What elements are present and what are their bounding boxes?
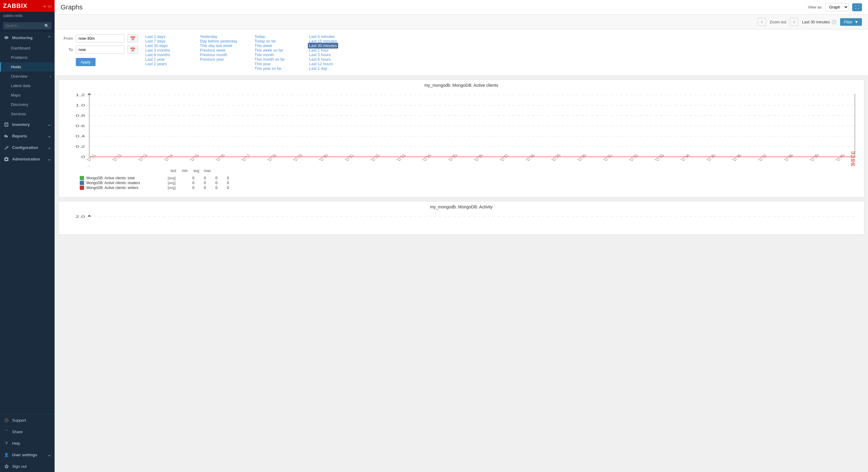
svg-text:17:29: 17:29: [550, 154, 562, 161]
svg-text:17:21: 17:21: [343, 154, 355, 161]
sidebar-item-discovery[interactable]: Discovery: [0, 100, 55, 109]
chart2-svg: 2.0: [62, 212, 861, 230]
sidebar-item-inventory[interactable]: Inventory ⌄: [0, 119, 55, 130]
legend-type-2: [avg]: [168, 181, 183, 185]
range-previous-year[interactable]: Previous year: [199, 56, 225, 62]
legend-min-3: 0: [197, 186, 206, 190]
nav-section-monitoring: Monitoring ⌃ Dashboard Problems Hosts Ov…: [0, 32, 55, 119]
time-prev-button[interactable]: ‹: [757, 18, 766, 26]
sidebar-logo: ZABBIX « ▭: [0, 0, 55, 12]
configuration-chevron: ⌄: [48, 145, 51, 150]
sign-out-label: Sign out: [12, 464, 27, 469]
inventory-label: Inventory: [12, 122, 30, 127]
svg-text:17:18: 17:18: [266, 154, 278, 161]
hosts-label: Hosts: [11, 65, 21, 69]
svg-text:17:20: 17:20: [317, 154, 329, 161]
filter-label: Filter: [844, 20, 852, 24]
view-as-select[interactable]: Graph Values: [825, 3, 848, 11]
svg-text:17:32: 17:32: [627, 154, 639, 161]
question-icon: ?: [4, 440, 9, 446]
legend-item-2: MongoDB: Active clients: readers [avg] 0…: [80, 181, 855, 185]
quick-range-col4: Last 5 minutes Last 15 minutes Last 30 m…: [308, 34, 356, 71]
legend-avg-2: 0: [208, 181, 217, 185]
from-input[interactable]: [76, 34, 124, 42]
header-right: View as Graph Values ⛶: [808, 3, 862, 11]
svg-text:0.4: 0.4: [75, 134, 85, 138]
resize-icon[interactable]: ▭: [48, 4, 52, 8]
chart1-legend: MongoDB: Active clients: total [avg] 0 0…: [62, 174, 861, 194]
latest-data-label: Latest data: [11, 84, 30, 88]
to-input[interactable]: [76, 45, 124, 54]
filter-row-from: From 📅: [61, 34, 138, 42]
sidebar-item-dashboard[interactable]: Dashboard: [0, 43, 55, 53]
from-calendar-button[interactable]: 📅: [127, 35, 138, 42]
svg-text:09-09-17:41: 09-09-17:41: [850, 151, 856, 166]
life-ring-icon: ⚫: [4, 417, 9, 423]
legend-max-3: 0: [220, 186, 229, 190]
svg-text:17:15: 17:15: [188, 154, 200, 161]
collapse-icon[interactable]: «: [43, 4, 46, 8]
legend-last-1: 0: [185, 176, 194, 180]
graph1-title: my_mongodb: MongoDB: Active clients: [59, 80, 864, 91]
sidebar-item-problems[interactable]: Problems: [0, 53, 55, 62]
svg-text:17:35: 17:35: [705, 154, 717, 161]
svg-text:17:12: 17:12: [111, 154, 123, 161]
support-label: Support: [12, 418, 26, 422]
legend-color-3: [80, 186, 84, 190]
svg-text:17:11: 17:11: [85, 154, 97, 161]
sidebar-item-maps[interactable]: Maps: [0, 90, 55, 100]
svg-text:17:34: 17:34: [679, 154, 691, 161]
quick-ranges: Last 2 days Last 7 days Last 30 days Las…: [144, 34, 356, 71]
sidebar-item-reports[interactable]: Reports ⌄: [0, 130, 55, 141]
sidebar-bottom: ⚫ Support ⎴ Share ? Help 👤 User settings…: [0, 414, 55, 472]
sidebar-item-hosts[interactable]: Hosts: [0, 62, 55, 71]
zoom-out-button[interactable]: Zoom out: [770, 20, 786, 24]
graph1-area: 1.2 1.0 0.8 0.6 0.4 0.2 0: [59, 91, 864, 197]
svg-text:2.0: 2.0: [75, 215, 85, 219]
filter-panel: From 📅 To 📅 Apply Last 2 days Last 7 day…: [55, 29, 868, 76]
sidebar-item-administration[interactable]: Administration ⌄: [0, 153, 55, 165]
time-bar: ‹ Zoom out › Last 30 minutes 🕐 Filter ▼: [55, 14, 868, 29]
svg-text:17:22: 17:22: [369, 154, 381, 161]
sidebar-item-help[interactable]: ? Help: [0, 437, 55, 449]
svg-text:17:24: 17:24: [421, 154, 433, 161]
legend-item-1: MongoDB: Active clients: total [avg] 0 0…: [80, 176, 855, 180]
legend-last-2: 0: [185, 181, 194, 185]
sidebar-item-latest-data[interactable]: Latest data: [0, 81, 55, 90]
legend-type-3: [avg]: [168, 186, 183, 190]
range-last-2-years[interactable]: Last 2 years: [144, 61, 168, 67]
range-this-year-so-far[interactable]: This year so far: [253, 65, 283, 71]
filter-button[interactable]: Filter ▼: [840, 18, 862, 26]
legend-last-3: 0: [185, 186, 194, 190]
page-header: Graphs View as Graph Values ⛶: [55, 0, 868, 14]
page-title: Graphs: [61, 3, 83, 11]
legend-avg-1: 0: [208, 176, 217, 180]
share-label: Share: [12, 430, 23, 434]
svg-text:17:38: 17:38: [782, 154, 794, 161]
svg-text:17:23: 17:23: [395, 154, 407, 161]
sidebar-item-services[interactable]: Services: [0, 109, 55, 119]
svg-text:17:17: 17:17: [240, 154, 252, 161]
filter-row-to: To 📅: [61, 45, 138, 54]
to-calendar-button[interactable]: 📅: [127, 46, 138, 54]
apply-button[interactable]: Apply: [76, 58, 96, 66]
services-label: Services: [11, 112, 26, 116]
legend-type-1: [avg]: [168, 176, 183, 180]
sidebar-item-user-settings[interactable]: 👤 User settings ⌄: [0, 449, 55, 461]
svg-text:17:14: 17:14: [162, 154, 175, 161]
svg-text:17:16: 17:16: [214, 154, 226, 161]
sidebar-item-sign-out[interactable]: ⏻ Sign out: [0, 461, 55, 472]
sidebar-item-overview[interactable]: Overview ›: [0, 71, 55, 81]
legend-name-1: MongoDB: Active clients: total: [87, 176, 165, 180]
sidebar-item-configuration[interactable]: Configuration ⌄: [0, 141, 55, 153]
legend-name-2: MongoDB: Active clients: readers: [87, 181, 165, 185]
sidebar-item-support[interactable]: ⚫ Support: [0, 414, 55, 426]
range-last-1-day[interactable]: Last 1 day: [308, 65, 329, 71]
fullscreen-button[interactable]: ⛶: [852, 3, 862, 11]
graph-panel-1: my_mongodb: MongoDB: Active clients 1.2 …: [58, 80, 864, 197]
help-label: Help: [12, 441, 20, 446]
time-next-button[interactable]: ›: [790, 18, 798, 26]
sidebar-item-share[interactable]: ⎴ Share: [0, 426, 55, 437]
maps-label: Maps: [11, 93, 21, 97]
sidebar-item-monitoring[interactable]: Monitoring ⌃: [0, 32, 55, 43]
